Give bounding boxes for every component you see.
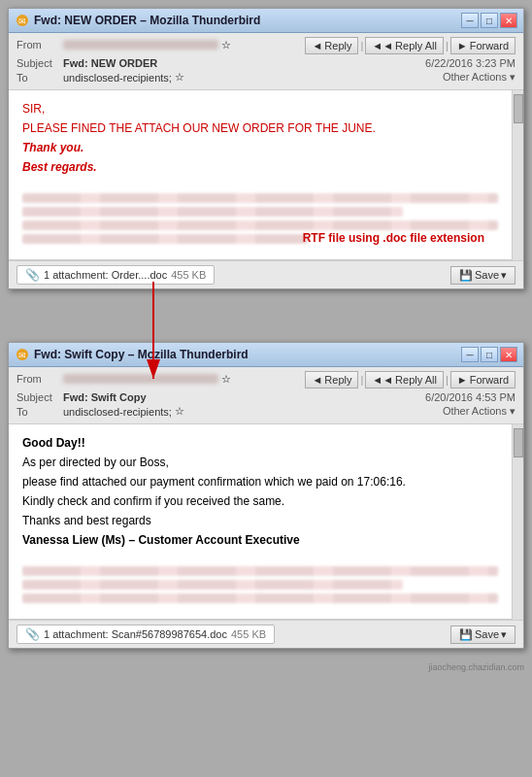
from-label-2: From [17,373,63,385]
file-size-1: 455 KB [171,269,206,281]
attachment-label-1: 1 attachment: Order....doc [44,269,167,281]
scrollbar-2[interactable] [512,424,523,620]
body-line6-2: Vanessa Liew (Ms) – Customer Account Exe… [22,533,498,547]
maximize-button-2[interactable]: □ [481,347,498,362]
body-line4-1: Best regards. [22,160,498,174]
scrollbar-1[interactable] [512,90,523,260]
body-line2-2: As per directed by our Boss, [22,456,498,469]
blurred-row-1d [22,234,308,244]
minimize-button-1[interactable]: ─ [461,13,479,28]
email-window-1: ✉ Fwd: NEW ORDER – Mozilla Thunderbird ─… [8,8,524,289]
to-value-1: undisclosed-recipients; [63,72,172,84]
body-line2-1: PLEASE FINED THE ATTACH OUR NEW ORDER FO… [22,121,498,135]
subject-label-2: Subject [17,391,63,403]
attachment-info-1: 📎 1 attachment: Order....doc 455 KB [17,265,215,285]
email-body-2: Good Day!! As per directed by our Boss, … [9,424,512,620]
minimize-button-2[interactable]: ─ [461,347,479,362]
action-buttons-2: ◄ Reply | ◄◄ Reply All | ► Forward [305,371,515,388]
timestamp-2: 6/20/2016 4:53 PM [425,391,515,403]
save-button-2[interactable]: 💾 Save ▾ [450,625,515,644]
scroll-thumb-1[interactable] [514,94,523,123]
watermark: jiaocheng.chazidian.com [8,662,524,672]
to-label-2: To [17,406,63,418]
window-controls-2: ─ □ ✕ [461,347,517,362]
file-size-2: 455 KB [231,628,266,640]
email-header-2: From ☆ ◄ Reply | ◄◄ Reply All | ► Forwar… [9,367,523,424]
title-bar-1: ✉ Fwd: NEW ORDER – Mozilla Thunderbird ─… [9,9,523,33]
from-label-1: From [17,39,63,51]
save-dropdown-icon-1: ▾ [501,269,507,282]
blurred-row-2c [22,593,498,603]
from-value-2 [63,374,218,384]
window-controls-1: ─ □ ✕ [461,13,517,28]
body-line4-2: Kindly check and confirm if you received… [22,494,498,508]
body-line5-2: Thanks and best regards [22,514,498,527]
window-title-2: Fwd: Swift Copy – Mozilla Thunderbird [34,348,249,361]
reply-all-button-2[interactable]: ◄◄ Reply All [365,371,444,388]
app-icon-1: ✉ [15,13,30,28]
save-button-1[interactable]: 💾 Save ▾ [450,266,515,285]
body-line1-2: Good Day!! [22,436,498,450]
attachment-area-1: RTF file using .doc file extension 📎 1 a… [9,260,523,288]
window-title-1: Fwd: NEW ORDER – Mozilla Thunderbird [34,14,260,27]
body-line3-2: please find attached our payment confirm… [22,475,498,489]
close-button-2[interactable]: ✕ [500,347,517,362]
forward-button-1[interactable]: ► Forward [450,37,515,54]
reply-button-1[interactable]: ◄ Reply [305,37,358,54]
svg-text:✉: ✉ [18,17,26,26]
other-actions-2[interactable]: Other Actions [443,405,515,418]
to-value-2: undisclosed-recipients; [63,406,172,418]
reply-all-button-1[interactable]: ◄◄ Reply All [365,37,444,54]
attachment-bar-2: 📎 1 attachment: Scan#56789987654.doc 455… [9,620,523,648]
body-line3-1: Thank you. [22,141,498,154]
blurred-row-1a [22,193,498,203]
attachment-info-2: 📎 1 attachment: Scan#56789987654.doc 455… [17,625,275,644]
email-window-2: ✉ Fwd: Swift Copy – Mozilla Thunderbird … [8,342,524,649]
save-icon-1: 💾 [459,269,473,282]
close-button-1[interactable]: ✕ [500,13,517,28]
other-actions-1[interactable]: Other Actions [443,71,515,84]
save-icon-2: 💾 [459,628,473,641]
attachment-label-2: 1 attachment: Scan#56789987654.doc [44,628,227,640]
blurred-row-1b [22,207,403,217]
blurred-row-2b [22,580,403,590]
title-bar-2: ✉ Fwd: Swift Copy – Mozilla Thunderbird … [9,343,523,367]
blurred-row-1c [22,220,498,230]
from-value-1 [63,40,218,50]
scroll-thumb-2[interactable] [514,428,523,457]
action-buttons-1: ◄ Reply | ◄◄ Reply All | ► Forward [305,37,515,54]
maximize-button-1[interactable]: □ [481,13,498,28]
app-icon-2: ✉ [15,347,30,362]
email-header-1: From ☆ ◄ Reply | ◄◄ Reply All | ► Forwar… [9,33,523,90]
attachment-bar-1: 📎 1 attachment: Order....doc 455 KB 💾 Sa… [9,260,523,288]
attach-icon-2: 📎 [25,627,40,641]
timestamp-1: 6/22/2016 3:23 PM [425,57,515,69]
forward-button-2[interactable]: ► Forward [450,371,515,388]
attach-icon-1: 📎 [25,268,40,282]
blurred-row-2a [22,566,498,576]
subject-value-2: Fwd: Swift Copy [63,391,147,403]
body-line1-1: SIR, [22,102,498,116]
to-label-1: To [17,72,63,84]
annotation-text-1: RTF file using .doc file extension [303,231,484,245]
save-dropdown-icon-2: ▾ [501,628,507,641]
email-body-scroll-2: Good Day!! As per directed by our Boss, … [9,424,523,620]
arrow-container [8,301,524,330]
svg-text:✉: ✉ [18,351,26,360]
subject-value-1: Fwd: NEW ORDER [63,57,157,69]
subject-label-1: Subject [17,57,63,69]
reply-button-2[interactable]: ◄ Reply [305,371,358,388]
